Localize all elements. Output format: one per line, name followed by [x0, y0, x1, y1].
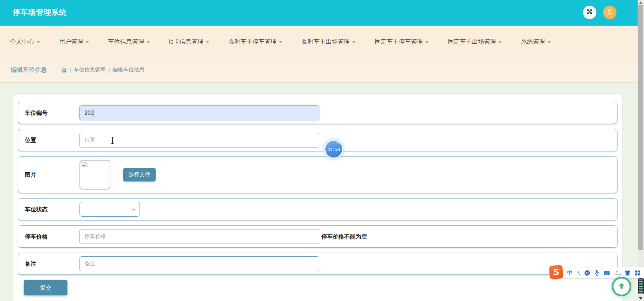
nav-item-ic-card-info[interactable]: ic卡信息管理	[169, 38, 209, 46]
nav-item-parking-space-info[interactable]: 车位信息管理	[108, 38, 150, 46]
breadcrumb-separator: |	[108, 67, 110, 73]
screen-recorder-timer[interactable]: 01:53	[324, 139, 343, 159]
chevron-down-icon	[279, 41, 282, 43]
app-header: 停车场管理系统	[0, 0, 644, 26]
image-label: 图片	[18, 171, 79, 179]
remark-input[interactable]	[79, 256, 319, 271]
scrollbar-down-button[interactable]	[639, 297, 642, 300]
nav-item-label: 临时车主停车管理	[228, 38, 277, 46]
nav-item-user-management[interactable]: 用户管理	[59, 38, 89, 46]
remark-label: 备注	[18, 260, 79, 268]
breadcrumb-bar: 编辑车位信息 | 车位信息管理 | 编辑车位信息	[0, 57, 638, 83]
chevron-down-icon	[206, 41, 209, 43]
image-preview	[79, 160, 110, 189]
fullscreen-icon	[586, 8, 593, 16]
text-cursor	[94, 109, 94, 117]
main-nav: 个人中心 用户管理 车位信息管理 ic卡信息管理 临时车主停车管理 临时车主出场…	[0, 26, 638, 57]
breadcrumb-link-section[interactable]: 车位信息管理	[73, 67, 106, 74]
broken-image-icon	[82, 162, 88, 170]
space-number-label: 车位编号	[18, 109, 79, 117]
chevron-down-icon	[352, 41, 356, 43]
nav-item-label: 用户管理	[59, 38, 83, 46]
keyboard-icon[interactable]	[604, 271, 610, 275]
form-row-price: 停车价格 停车价格不能为空	[18, 225, 618, 248]
location-input[interactable]	[79, 133, 319, 147]
chevron-down-icon	[425, 41, 429, 43]
edit-form-card: 车位编号 位置 图片 选择文件 车位状态	[13, 93, 623, 301]
chevron-down-icon	[37, 41, 40, 43]
form-row-location: 位置	[18, 129, 618, 151]
price-label: 停车价格	[18, 233, 79, 241]
nav-item-label: 固定车主出场管理	[448, 38, 496, 46]
price-input[interactable]	[79, 229, 319, 244]
nav-item-personal-center[interactable]: 个人中心	[10, 38, 40, 46]
nav-item-temp-owner-parking[interactable]: 临时车主停车管理	[228, 38, 282, 46]
chevron-down-icon	[547, 41, 551, 43]
skin-tshirt-icon[interactable]	[625, 270, 631, 275]
nav-item-label: 车位信息管理	[108, 38, 144, 46]
nav-item-fixed-owner-exit[interactable]: 固定车主出场管理	[448, 38, 502, 46]
account-badge: 4	[620, 273, 621, 276]
breadcrumb-separator: |	[69, 67, 71, 73]
nav-item-label: 个人中心	[10, 38, 34, 46]
toolbox-grid-icon[interactable]	[635, 270, 640, 275]
user-avatar[interactable]	[603, 6, 616, 19]
chevron-down-icon	[147, 41, 150, 43]
emoji-icon[interactable]	[584, 270, 590, 276]
ime-chinese-mode-button[interactable]: 中	[567, 269, 573, 276]
nav-item-label: ic卡信息管理	[169, 38, 204, 46]
sogou-ime-logo[interactable]: S	[549, 265, 563, 279]
status-label: 车位状态	[18, 206, 79, 213]
scrollbar-thumb[interactable]	[638, 5, 643, 250]
chevron-down-icon	[86, 41, 89, 43]
form-row-remark: 备注	[18, 253, 618, 275]
space-number-input[interactable]	[79, 105, 319, 120]
back-to-top-button[interactable]	[612, 277, 631, 296]
ime-toolbar: 中 °,	[562, 267, 644, 278]
nav-item-system-management[interactable]: 系统管理	[521, 38, 551, 46]
recorder-time-text: 01:53	[327, 146, 340, 152]
form-row-status: 车位状态	[18, 198, 618, 220]
nav-item-label: 临时车主出场管理	[302, 38, 350, 46]
location-label: 位置	[18, 136, 79, 144]
form-row-space-number: 车位编号	[18, 102, 618, 124]
scrollbar-up-button[interactable]	[639, 1, 642, 4]
submit-button[interactable]: 提交	[24, 280, 67, 295]
fullscreen-button[interactable]	[583, 6, 596, 19]
app-title: 停车场管理系统	[13, 7, 67, 17]
status-select[interactable]	[79, 202, 140, 217]
form-row-image: 图片 选择文件	[18, 156, 618, 193]
nav-item-label: 系统管理	[521, 38, 545, 46]
price-error-message: 停车价格不能为空	[321, 233, 367, 241]
user-icon	[606, 8, 614, 17]
nav-item-label: 固定车主停车管理	[375, 38, 423, 46]
account-icon[interactable]: 4	[614, 270, 620, 275]
home-icon[interactable]	[61, 67, 67, 73]
ime-punctuation-button[interactable]: °,	[577, 270, 580, 275]
mouse-ibeam-cursor	[112, 137, 113, 143]
vertical-scrollbar	[638, 0, 644, 301]
chevron-down-icon	[498, 41, 502, 43]
arrow-up-icon	[618, 282, 625, 291]
sogou-logo-text: S	[553, 267, 560, 277]
microphone-icon[interactable]	[594, 270, 599, 276]
page-title: 编辑车位信息	[11, 66, 47, 74]
breadcrumb: | 车位信息管理 | 编辑车位信息	[61, 67, 145, 74]
nav-item-fixed-owner-parking[interactable]: 固定车主停车管理	[375, 38, 429, 46]
ime-status-indicator	[638, 278, 644, 294]
choose-file-button[interactable]: 选择文件	[123, 168, 156, 181]
nav-item-temp-owner-exit[interactable]: 临时车主出场管理	[302, 38, 356, 46]
breadcrumb-current: 编辑车位信息	[112, 67, 145, 74]
